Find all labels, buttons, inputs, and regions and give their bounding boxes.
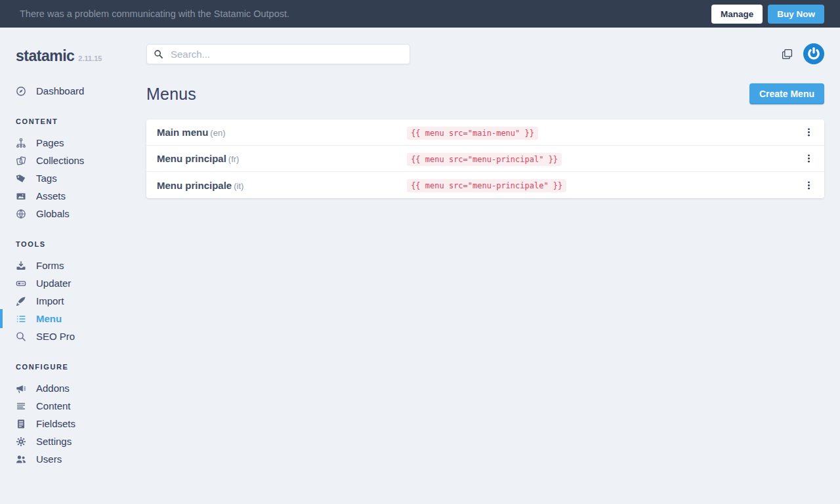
menu-row: Main menu(en) {{ menu src="main-menu" }} [146,119,824,146]
sidebar-item-label: Assets [36,190,66,202]
sidebar-item-label: Dashboard [36,85,84,97]
sidebar-item-tags[interactable]: Tags [16,169,146,187]
sidebar-item-label: Import [36,295,64,307]
row-actions-button[interactable] [803,124,815,140]
globe-icon [16,209,28,219]
user-avatar-button[interactable] [803,43,824,64]
menu-row-title[interactable]: Menu principal(fr) [157,153,407,164]
sidebar-item-label: Tags [36,172,57,184]
sidebar-item-label: Collections [36,154,84,167]
sidebar: statamic 2.11.15 Dashboard CONTENT Pages… [0,28,146,504]
menu-row: Menu principale(it) {{ menu src="menu-pr… [146,172,824,198]
sidebar-item-label: Pages [36,136,64,149]
menu-tag-snippet: {{ menu src="main-menu" }} [407,127,538,140]
section-label-tools: TOOLS [16,240,146,248]
global-search [146,44,410,64]
menu-locale: (en) [210,128,225,138]
sidebar-item-dashboard[interactable]: Dashboard [16,82,146,100]
magnifier-icon [16,331,28,342]
menus-list-card: Main menu(en) {{ menu src="main-menu" }}… [146,119,824,198]
menu-name: Menu principale [157,180,232,191]
menu-tag-cell: {{ menu src="main-menu" }} [407,127,803,138]
menu-row-title[interactable]: Main menu(en) [157,127,407,138]
brand-name: statamic [16,47,74,65]
sidebar-item-collections[interactable]: Collections [16,152,146,169]
menu-tag-cell: {{ menu src="menu-principale" }} [407,179,803,191]
compass-icon [16,86,28,96]
sidebar-item-forms[interactable]: Forms [16,257,146,274]
sidebar-item-label: Content [36,400,71,412]
sidebar-item-settings[interactable]: Settings [16,432,146,450]
megaphone-icon [16,383,28,394]
row-actions-button[interactable] [803,150,815,167]
kebab-icon [804,127,814,138]
sidebar-item-import[interactable]: Import [16,292,146,310]
search-icon [154,49,163,59]
brand-version: 2.11.15 [78,54,102,62]
tag-icon [16,173,28,184]
sidebar-item-label: SEO Pro [36,330,75,343]
topbar [146,28,824,64]
inbox-download-icon [16,261,28,271]
kebab-icon [804,180,814,191]
sidebar-item-updater[interactable]: Updater [16,274,146,292]
menu-locale: (fr) [228,154,240,164]
sidebar-item-label: Fieldsets [36,417,75,430]
topbar-actions [782,43,824,64]
section-label-content: CONTENT [16,117,146,125]
gear-icon [16,436,28,447]
sidebar-item-label: Forms [36,259,64,272]
sidebar-item-fieldsets[interactable]: Fieldsets [16,415,146,432]
sidebar-item-label: Settings [36,435,72,448]
collections-icon [16,156,28,166]
battery-icon [16,278,28,289]
sidebar-item-label: Users [36,453,62,465]
overlap-squares-icon [782,49,793,60]
row-actions-button[interactable] [803,177,815,194]
banner-message: There was a problem communicating with t… [20,9,289,19]
list-icon [16,314,28,324]
sidebar-item-seo-pro[interactable]: SEO Pro [16,327,146,345]
section-label-configure: CONFIGURE [16,363,146,371]
power-logo-icon [803,43,824,64]
sidebar-item-label: Updater [36,277,71,289]
sitemap-icon [16,138,28,148]
manage-button[interactable]: Manage [711,5,763,24]
sidebar-item-label: Menu [36,312,62,325]
sidebar-item-globals[interactable]: Globals [16,205,146,222]
search-input[interactable] [146,44,410,64]
app-shell: statamic 2.11.15 Dashboard CONTENT Pages… [0,28,840,504]
sidebar-item-users[interactable]: Users [16,450,146,468]
document-icon [16,419,28,429]
page-title: Menus [146,85,196,104]
menu-locale: (it) [234,181,243,191]
kebab-icon [804,153,814,164]
menu-name: Menu principal [157,153,226,164]
create-menu-button[interactable]: Create Menu [749,83,824,104]
rocket-icon [16,296,28,306]
menu-name: Main menu [157,127,208,138]
users-icon [16,454,28,465]
page-header: Menus Create Menu [146,83,824,104]
view-site-button[interactable] [782,49,793,60]
menu-tag-snippet: {{ menu src="menu-principale" }} [407,179,566,192]
lines-icon [16,401,28,411]
sidebar-item-assets[interactable]: Assets [16,187,146,205]
sidebar-item-label: Globals [36,207,70,220]
outpost-banner: There was a problem communicating with t… [0,0,840,28]
menu-row-title[interactable]: Menu principale(it) [157,180,407,191]
brand-logo[interactable]: statamic 2.11.15 [16,47,146,65]
sidebar-item-menu[interactable]: Menu [16,310,146,327]
image-icon [16,191,28,201]
sidebar-item-content[interactable]: Content [16,397,146,415]
menu-row: Menu principal(fr) {{ menu src="menu-pri… [146,146,824,172]
sidebar-item-label: Addons [36,382,70,394]
sidebar-item-addons[interactable]: Addons [16,379,146,397]
main-area: Menus Create Menu Main menu(en) {{ menu … [146,28,840,504]
sidebar-item-pages[interactable]: Pages [16,134,146,152]
menu-tag-snippet: {{ menu src="menu-principal" }} [407,153,562,166]
menu-tag-cell: {{ menu src="menu-principal" }} [407,153,803,165]
buy-now-button[interactable]: Buy Now [768,5,824,24]
